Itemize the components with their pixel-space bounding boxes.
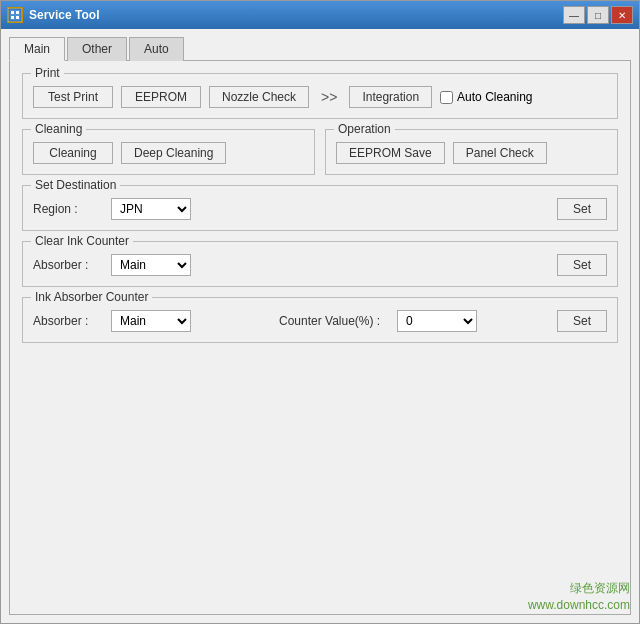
counter-value-label: Counter Value(%) : — [279, 314, 389, 328]
set-destination-row: Region : JPN Set — [33, 198, 607, 220]
ink-absorber-set-button[interactable]: Set — [557, 310, 607, 332]
restore-button[interactable]: □ — [587, 6, 609, 24]
operation-section: Operation EEPROM Save Panel Check — [325, 129, 618, 175]
tab-other[interactable]: Other — [67, 37, 127, 61]
set-destination-button[interactable]: Set — [557, 198, 607, 220]
clear-ink-counter-section: Clear Ink Counter Absorber : Main Set — [22, 241, 618, 287]
svg-rect-3 — [11, 16, 14, 19]
ink-absorber-counter-row: Absorber : Main Counter Value(%) : 0 Set — [33, 310, 607, 332]
set-destination-btn-container: Set — [557, 198, 607, 220]
cleaning-section-label: Cleaning — [31, 122, 86, 136]
main-window: Service Tool — □ ✕ Main Other Auto Print… — [0, 0, 640, 624]
tab-auto[interactable]: Auto — [129, 37, 184, 61]
absorber-select-2[interactable]: Main — [111, 310, 191, 332]
region-label: Region : — [33, 202, 103, 216]
region-select[interactable]: JPN — [111, 198, 191, 220]
close-button[interactable]: ✕ — [611, 6, 633, 24]
print-section-row: Test Print EEPROM Nozzle Check >> Integr… — [33, 86, 607, 108]
print-section-label: Print — [31, 66, 64, 80]
absorber-label-1: Absorber : — [33, 258, 103, 272]
operation-section-label: Operation — [334, 122, 395, 136]
svg-rect-2 — [16, 11, 19, 14]
absorber-select-1[interactable]: Main — [111, 254, 191, 276]
eeprom-save-button[interactable]: EEPROM Save — [336, 142, 445, 164]
title-bar-left: Service Tool — [7, 7, 99, 23]
arrow-button[interactable]: >> — [317, 86, 341, 108]
tab-bar: Main Other Auto — [9, 37, 631, 61]
nozzle-check-button[interactable]: Nozzle Check — [209, 86, 309, 108]
clear-ink-counter-label: Clear Ink Counter — [31, 234, 133, 248]
svg-rect-0 — [9, 9, 21, 21]
eeprom-button[interactable]: EEPROM — [121, 86, 201, 108]
window-content: Main Other Auto Print Test Print EEPROM … — [1, 29, 639, 623]
absorber-label-2: Absorber : — [33, 314, 103, 328]
window-title: Service Tool — [29, 8, 99, 22]
minimize-button[interactable]: — — [563, 6, 585, 24]
tab-content-main: Print Test Print EEPROM Nozzle Check >> … — [9, 60, 631, 615]
cleaning-section: Cleaning Cleaning Deep Cleaning — [22, 129, 315, 175]
cleaning-operation-row: Cleaning Cleaning Deep Cleaning Operatio… — [22, 129, 618, 175]
watermark-line1: 绿色资源网 — [528, 580, 630, 597]
window-icon — [7, 7, 23, 23]
title-controls: — □ ✕ — [563, 6, 633, 24]
watermark-line2: www.downhcc.com — [528, 597, 630, 614]
svg-rect-1 — [11, 11, 14, 14]
tab-main[interactable]: Main — [9, 37, 65, 61]
watermark: 绿色资源网 www.downhcc.com — [528, 580, 630, 614]
print-section: Print Test Print EEPROM Nozzle Check >> … — [22, 73, 618, 119]
panel-check-button[interactable]: Panel Check — [453, 142, 547, 164]
set-destination-label: Set Destination — [31, 178, 120, 192]
test-print-button[interactable]: Test Print — [33, 86, 113, 108]
auto-cleaning-text: Auto Cleaning — [457, 90, 532, 104]
deep-cleaning-button[interactable]: Deep Cleaning — [121, 142, 226, 164]
ink-absorber-counter-label: Ink Absorber Counter — [31, 290, 152, 304]
clear-ink-counter-row: Absorber : Main Set — [33, 254, 607, 276]
operation-section-row: EEPROM Save Panel Check — [336, 142, 607, 164]
auto-cleaning-label[interactable]: Auto Cleaning — [440, 90, 532, 104]
cleaning-button[interactable]: Cleaning — [33, 142, 113, 164]
cleaning-section-row: Cleaning Deep Cleaning — [33, 142, 304, 164]
svg-rect-4 — [16, 16, 19, 19]
counter-value-select[interactable]: 0 — [397, 310, 477, 332]
title-bar: Service Tool — □ ✕ — [1, 1, 639, 29]
auto-cleaning-checkbox[interactable] — [440, 91, 453, 104]
set-destination-section: Set Destination Region : JPN Set — [22, 185, 618, 231]
integration-button[interactable]: Integration — [349, 86, 432, 108]
clear-ink-set-btn-container: Set — [557, 254, 607, 276]
clear-ink-set-button[interactable]: Set — [557, 254, 607, 276]
ink-absorber-counter-section: Ink Absorber Counter Absorber : Main Cou… — [22, 297, 618, 343]
ink-absorber-set-btn-container: Set — [557, 310, 607, 332]
